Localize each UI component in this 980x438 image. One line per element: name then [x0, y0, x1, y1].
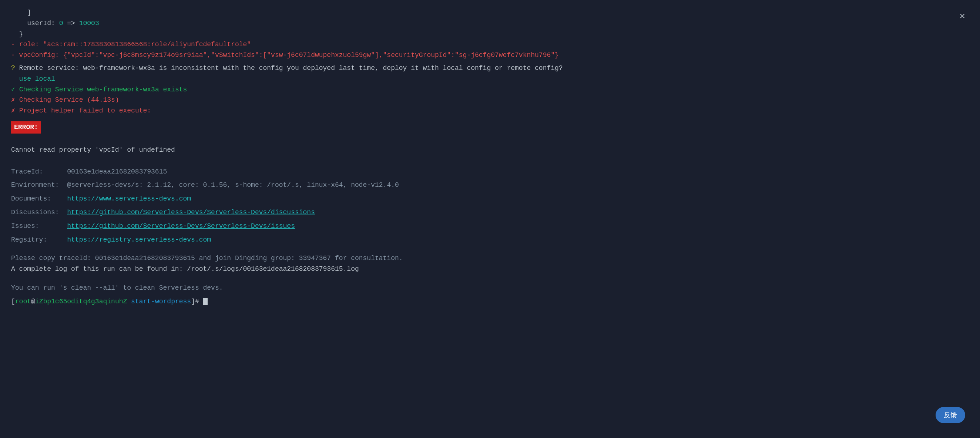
environment-line: Environment: @serverless-devs/s: 2.1.12,… — [11, 180, 969, 190]
use-local-line: use local — [11, 74, 969, 84]
log-path-line: A complete log of this run can be found … — [11, 264, 969, 275]
cursor — [203, 298, 208, 305]
prompt-host: iZbp1c65oditq4g3aqinuhZ — [35, 298, 127, 305]
cannot-read-line: Cannot read property 'vpcId' of undefine… — [11, 144, 969, 156]
prompt-dir: start-wordpress — [131, 298, 191, 305]
prompt-user: root — [15, 298, 31, 305]
check-exists-line: ✓ Checking Service web-framework-wx3a ex… — [11, 84, 969, 95]
bracket-line: ] — [11, 7, 969, 18]
cross-helper-line: ✗ Project helper failed to execute: — [11, 105, 969, 116]
terminal: ] userId: 0 => 10003 } - role: "acs:ram:… — [0, 0, 980, 318]
clean-info-line: You can run 's clean --all' to clean Ser… — [11, 282, 969, 294]
role-line: - role: "acs:ram::1783830813866568:role/… — [11, 39, 969, 50]
brace-line: } — [11, 29, 969, 40]
issues-line: Issues: https://github.com/Serverless-De… — [11, 221, 969, 232]
prompt-line: [root@iZbp1c65oditq4g3aqinuhZ start-word… — [11, 296, 969, 307]
documents-line: Documents: https://www.serverless-devs.c… — [11, 194, 969, 204]
issues-link[interactable]: https://github.com/Serverless-Devs/Serve… — [67, 222, 295, 230]
error-badge-line: ERROR: — [11, 121, 969, 133]
registry-line: Regsitry: https://registry.serverless-de… — [11, 235, 969, 245]
discussions-link[interactable]: https://github.com/Serverless-Devs/Serve… — [67, 209, 315, 216]
trace-id-line: TraceId: 00163e1deaa21682083793615 — [11, 167, 969, 177]
documents-link[interactable]: https://www.serverless-devs.com — [67, 195, 191, 202]
registry-link[interactable]: https://registry.serverless-devs.com — [67, 236, 211, 243]
cross-service-line: ✗ Checking Service (44.13s) — [11, 95, 969, 105]
error-badge: ERROR: — [11, 121, 41, 133]
question-line: ? Remote service: web-framework-wx3a is … — [11, 63, 969, 74]
please-copy-line: Please copy traceId: 00163e1deaa21682083… — [11, 253, 969, 264]
discussions-line: Discussions: https://github.com/Serverle… — [11, 207, 969, 218]
close-button[interactable]: × — [959, 11, 965, 22]
vpc-config-line: - vpcConfig: {"vpcId":"vpc-j6c8mscy9z174… — [11, 50, 969, 61]
feedback-button[interactable]: 反馈 — [935, 407, 965, 423]
userid-line: userId: 0 => 10003 — [11, 18, 969, 29]
